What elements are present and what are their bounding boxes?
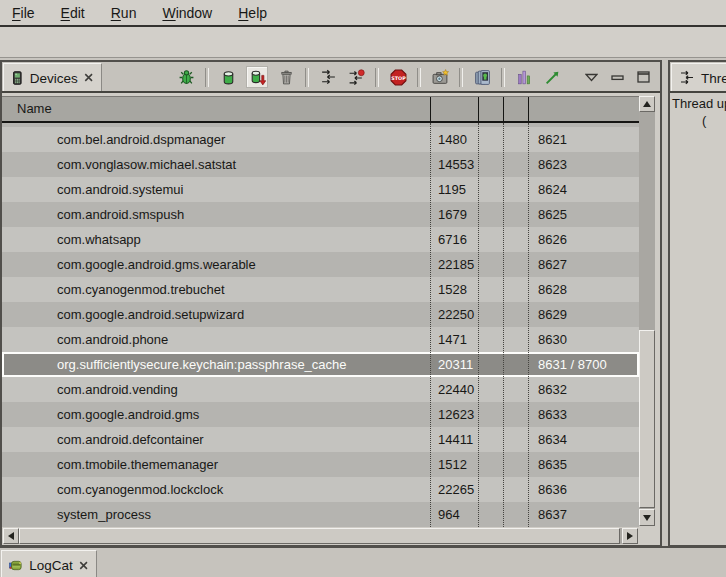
table-row[interactable]: com.android.smspush 1679 8625 — [2, 202, 639, 227]
table-row[interactable]: com.tmobile.thememanager 1512 8635 — [2, 452, 639, 477]
logcat-icon — [9, 558, 23, 573]
bars-icon — [516, 69, 533, 86]
table-row[interactable]: com.cyanogenmod.lockclock 22265 8636 — [2, 477, 639, 502]
table-header[interactable]: Name — [2, 96, 639, 123]
scroll-left-button[interactable] — [3, 528, 19, 544]
table-row[interactable]: com.bel.android.dspmanager 1480 8621 — [2, 127, 639, 152]
process-port: 8624 — [528, 177, 639, 202]
column-divider[interactable] — [430, 97, 431, 121]
process-pid: 22250 — [430, 302, 478, 327]
process-thread-cell — [503, 327, 528, 352]
horizontal-scrollbar[interactable] — [3, 528, 638, 544]
update-threads-button[interactable] — [318, 67, 338, 87]
opengl-trace-button[interactable] — [514, 67, 534, 87]
process-pid: 1480 — [430, 127, 478, 152]
menu-window[interactable]: Window — [152, 3, 222, 23]
toolbar-separator — [501, 68, 505, 87]
column-header-name[interactable]: Name — [2, 101, 52, 116]
process-pid: 1195 — [430, 177, 478, 202]
table-row[interactable]: com.google.android.gms 12623 8633 — [2, 402, 639, 427]
column-divider[interactable] — [478, 97, 479, 121]
process-pid: 1471 — [430, 327, 478, 352]
camera-icon — [432, 69, 449, 86]
close-icon[interactable] — [79, 560, 88, 571]
column-gridline — [503, 123, 504, 527]
table-row[interactable]: com.google.android.setupwizard 22250 862… — [2, 302, 639, 327]
process-thread-cell — [503, 377, 528, 402]
process-name: com.android.defcontainer — [2, 427, 430, 452]
menu-help[interactable]: Help — [228, 3, 277, 23]
process-heap-cell — [478, 252, 503, 277]
process-thread-cell — [503, 402, 528, 427]
trash-icon — [278, 69, 295, 86]
process-pid: 22440 — [430, 377, 478, 402]
table-row[interactable]: system_process 964 8637 — [2, 502, 639, 527]
table-row[interactable]: com.vonglasow.michael.satstat 14553 8623 — [2, 152, 639, 177]
process-heap-cell — [478, 302, 503, 327]
process-name: com.google.android.gms.wearable — [2, 252, 430, 277]
process-port: 8626 — [528, 227, 639, 252]
process-name: com.android.smspush — [2, 202, 430, 227]
threads-tabstrip: Threads — [670, 62, 726, 93]
menu-edit[interactable]: Edit — [51, 3, 95, 23]
process-heap-cell — [478, 452, 503, 477]
tab-logcat[interactable]: LogCat — [1, 550, 97, 577]
column-divider[interactable] — [528, 97, 529, 121]
method-profiling-button[interactable] — [346, 67, 366, 87]
vertical-scrollbar[interactable] — [639, 96, 655, 526]
process-pid: 20311 — [430, 352, 478, 377]
process-port: 8631 / 8700 — [528, 352, 639, 377]
tab-logcat-label: LogCat — [29, 557, 73, 573]
update-heap-button[interactable] — [218, 67, 238, 87]
close-icon[interactable] — [84, 72, 93, 83]
profiling-icon — [348, 69, 365, 86]
sysinfo-button[interactable] — [542, 67, 562, 87]
process-pid: 964 — [430, 502, 478, 527]
process-port: 8635 — [528, 452, 639, 477]
screen-capture-button[interactable] — [430, 67, 450, 87]
debug-process-button[interactable] — [176, 67, 196, 87]
tab-threads[interactable]: Threads — [671, 63, 726, 91]
dump-hprof-icon — [249, 69, 266, 86]
table-row[interactable]: org.sufficientlysecure.keychain:passphra… — [2, 352, 639, 377]
process-heap-cell — [478, 377, 503, 402]
right-arrow-icon — [627, 532, 633, 540]
process-pid: 6716 — [430, 227, 478, 252]
view-menu-button[interactable] — [581, 67, 601, 87]
scroll-down-button[interactable] — [639, 509, 655, 526]
scroll-right-button[interactable] — [622, 528, 638, 544]
table-row[interactable]: com.whatsapp 6716 8626 — [2, 227, 639, 252]
dump-hprof-button[interactable] — [246, 66, 268, 88]
table-row[interactable]: com.android.systemui 1195 8624 — [2, 177, 639, 202]
scroll-up-button[interactable] — [639, 96, 655, 112]
threads-message: Thread up ( — [672, 95, 726, 129]
process-name: com.google.android.gms — [2, 402, 430, 427]
threads-icon — [320, 69, 337, 86]
cause-gc-button[interactable] — [276, 67, 296, 87]
process-port: 8633 — [528, 402, 639, 427]
menu-file[interactable]: File — [2, 3, 45, 23]
process-thread-cell — [503, 502, 528, 527]
device-frames-icon — [474, 69, 491, 86]
capture-device-view-button[interactable] — [472, 67, 492, 87]
toolbar-separator — [305, 68, 309, 87]
threads-icon — [679, 70, 695, 86]
table-row[interactable]: com.google.android.gms.wearable 22185 86… — [2, 252, 639, 277]
tab-devices[interactable]: Devices — [3, 63, 102, 91]
minimize-button[interactable] — [607, 67, 627, 87]
process-heap-cell — [478, 177, 503, 202]
maximize-button[interactable] — [633, 67, 653, 87]
menu-run[interactable]: Run — [101, 3, 147, 23]
process-thread-cell — [503, 227, 528, 252]
horizontal-scrollbar-thumb[interactable] — [19, 528, 620, 544]
table-row[interactable]: com.cyanogenmod.trebuchet 1528 8628 — [2, 277, 639, 302]
column-divider[interactable] — [503, 97, 504, 121]
stop-process-button[interactable]: STOP — [388, 67, 408, 87]
stop-icon: STOP — [390, 69, 407, 86]
process-thread-cell — [503, 152, 528, 177]
table-row[interactable]: com.android.defcontainer 14411 8634 — [2, 427, 639, 452]
menu-bar: File Edit Run Window Help — [0, 0, 726, 27]
table-row[interactable]: com.android.phone 1471 8630 — [2, 327, 639, 352]
table-row[interactable]: com.android.vending 22440 8632 — [2, 377, 639, 402]
vertical-scrollbar-thumb[interactable] — [639, 330, 655, 508]
